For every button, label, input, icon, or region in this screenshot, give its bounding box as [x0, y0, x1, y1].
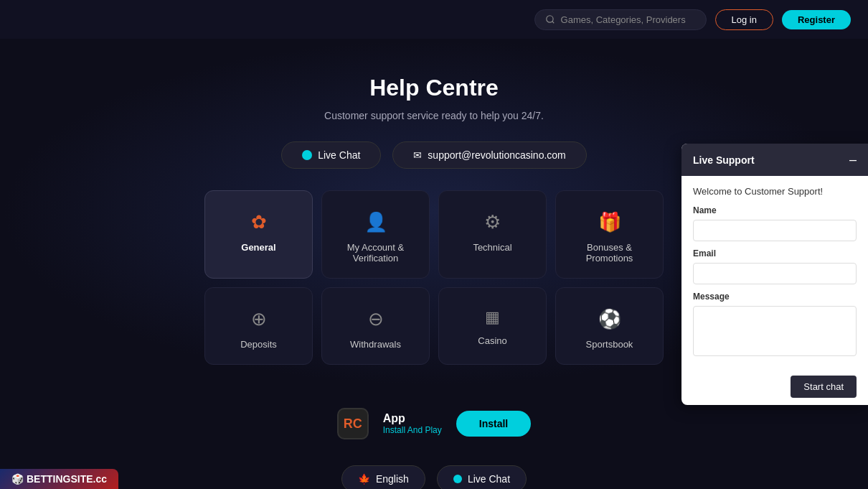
category-card-casino[interactable]: ▦ Casino	[438, 287, 547, 365]
category-card-bonuses[interactable]: 🎁 Bonuses & Promotions	[555, 190, 664, 279]
email-address: support@revolutioncasino.com	[428, 149, 565, 161]
ls-footer: Start chat	[681, 368, 868, 405]
gift-icon: 🎁	[598, 211, 621, 233]
app-banner: RC App Install And Play Install	[190, 386, 678, 454]
category-grid: ✿ General 👤 My Account & Verification ⚙ …	[190, 190, 678, 365]
category-card-withdrawals[interactable]: ⊖ Withdrawals	[321, 287, 430, 365]
svg-point-0	[546, 16, 552, 22]
category-card-general[interactable]: ✿ General	[204, 190, 313, 279]
category-label-bonuses: Bonuses & Promotions	[567, 242, 651, 264]
ls-welcome: Welcome to Customer Support!	[693, 186, 857, 197]
flag-icon: 🍁	[358, 473, 370, 485]
app-info: App Install And Play	[383, 412, 442, 435]
sports-icon: ⚽	[598, 308, 621, 330]
email-icon: ✉	[413, 149, 422, 161]
live-chat-label: Live Chat	[318, 149, 360, 161]
category-label-technical: Technical	[473, 242, 511, 253]
search-placeholder: Games, Categories, Providers	[561, 14, 686, 25]
page-title: Help Centre	[14, 75, 854, 101]
install-button[interactable]: Install	[456, 411, 531, 437]
category-label-account: My Account & Verification	[334, 242, 418, 264]
chat-bubble-icon	[302, 150, 312, 160]
category-card-deposits[interactable]: ⊕ Deposits	[204, 287, 313, 365]
watermark-icon: 🎲	[11, 473, 24, 485]
search-icon	[545, 14, 555, 24]
ls-message-label: Message	[693, 292, 857, 302]
login-button[interactable]: Log in	[715, 9, 773, 30]
watermark: 🎲 BETTINGSITE.cc	[0, 469, 118, 489]
category-label-sportsbook: Sportsbook	[586, 339, 633, 350]
hero-subtitle: Customer support service ready to help y…	[14, 110, 854, 121]
watermark-text: BETTINGSITE.cc	[27, 473, 107, 485]
app-sub: Install And Play	[383, 425, 442, 435]
category-label-withdrawals: Withdrawals	[350, 339, 401, 350]
ls-message-textarea[interactable]	[693, 306, 857, 356]
minimize-button[interactable]: –	[849, 152, 857, 167]
user-icon: 👤	[364, 211, 387, 233]
app-name: App	[383, 412, 442, 425]
category-card-technical[interactable]: ⚙ Technical	[438, 190, 547, 279]
start-chat-button[interactable]: Start chat	[791, 376, 857, 398]
ls-email-input[interactable]	[693, 263, 857, 284]
category-label-casino: Casino	[478, 335, 506, 346]
category-label-deposits: Deposits	[240, 339, 277, 350]
register-button[interactable]: Register	[782, 10, 851, 29]
svg-line-1	[552, 22, 554, 24]
language-button[interactable]: 🍁 English	[341, 465, 425, 489]
live-support-title: Live Support	[693, 154, 755, 166]
email-button[interactable]: ✉ support@revolutioncasino.com	[392, 141, 586, 169]
live-support-panel: Live Support – Welcome to Customer Suppo…	[681, 144, 868, 405]
chat-icon	[453, 475, 462, 483]
search-bar[interactable]: Games, Categories, Providers	[534, 9, 707, 30]
live-support-body: Welcome to Customer Support! Name Email …	[681, 176, 868, 368]
casino-icon: ▦	[485, 308, 500, 327]
deposit-icon: ⊕	[251, 308, 267, 330]
footer-live-chat-button[interactable]: Live Chat	[437, 465, 527, 489]
app-logo: RC	[337, 408, 369, 439]
category-card-sportsbook[interactable]: ⚽ Sportsbook	[555, 287, 664, 365]
live-support-header: Live Support –	[681, 144, 868, 176]
language-label: English	[376, 473, 409, 485]
ls-name-input[interactable]	[693, 220, 857, 241]
live-chat-button[interactable]: Live Chat	[281, 141, 381, 169]
footer-actions: 🍁 English Live Chat	[0, 454, 868, 489]
clover-icon: ✿	[251, 211, 267, 233]
category-card-account[interactable]: 👤 My Account & Verification	[321, 190, 430, 279]
gear-icon: ⚙	[484, 211, 501, 233]
ls-email-label: Email	[693, 248, 857, 259]
header: Games, Categories, Providers Log in Regi…	[0, 0, 868, 39]
category-label-general: General	[241, 242, 275, 253]
footer-live-chat-label: Live Chat	[468, 473, 510, 485]
ls-name-label: Name	[693, 205, 857, 215]
withdraw-icon: ⊖	[368, 308, 384, 330]
